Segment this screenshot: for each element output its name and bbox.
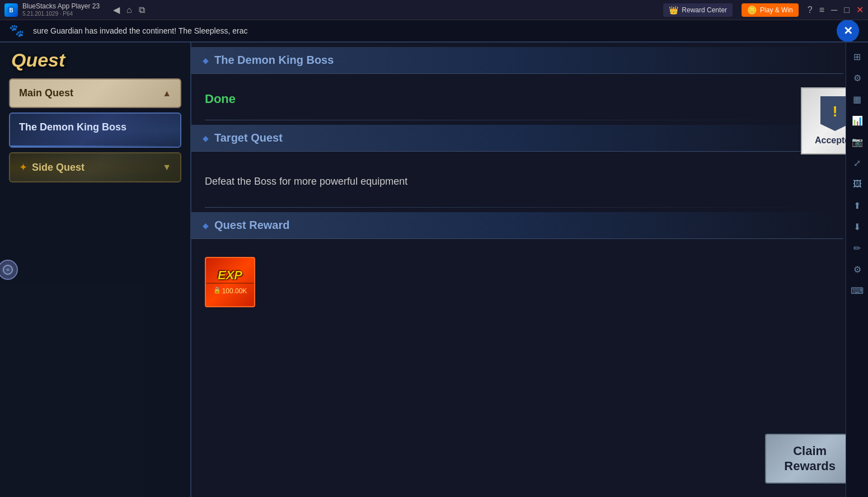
main-quest-category[interactable]: Main Quest ▲: [9, 78, 181, 108]
camera-icon[interactable]: 📷: [848, 132, 867, 151]
grid-icon[interactable]: ▦: [848, 90, 867, 109]
side-quest-dots: ✦: [19, 161, 27, 174]
quest-header: Quest: [0, 43, 76, 78]
settings-icon-1[interactable]: ⚙: [848, 68, 867, 87]
exp-amount: 100.00K: [222, 287, 247, 295]
target-quest-section-title: Target Quest: [214, 132, 283, 144]
separator-1: [205, 120, 830, 120]
done-status-container: Done: [191, 78, 843, 120]
home-icon[interactable]: ⌂: [126, 5, 132, 15]
section-diamond-2: ◆: [203, 134, 209, 143]
close-x-button[interactable]: ✕: [837, 20, 859, 42]
gallery-icon[interactable]: 🖼: [848, 175, 867, 194]
quest-reward-section-title: Quest Reward: [214, 219, 289, 232]
quest-reward-content: EXP 🔒 100.00K: [191, 243, 843, 321]
window-close-button[interactable]: ✕: [856, 4, 864, 15]
quest-reward-section-header: ◆ Quest Reward: [191, 212, 843, 239]
content-area: ◆ The Demon King Boss Done ◆ Target Ques…: [191, 43, 868, 497]
exp-reward-item: EXP 🔒 100.00K: [205, 257, 255, 307]
exp-label: EXP: [218, 269, 242, 282]
title-bar-right: 👑 Reward Center 🪙 Play & Win ? ≡ ─ □ ✕: [663, 3, 864, 17]
ticker-bar: 🐾 sure Guardian has invaded the continen…: [0, 20, 868, 43]
coin-icon: 🪙: [747, 6, 757, 15]
window-controls: ? ≡ ─ □ ✕: [808, 4, 864, 15]
upload-icon[interactable]: ⬆: [848, 196, 867, 215]
reward-center-button[interactable]: 👑 Reward Center: [663, 3, 733, 17]
resize-icon[interactable]: ⤢: [848, 153, 867, 172]
exp-reward-box: EXP 🔒 100.00K: [205, 257, 255, 307]
demon-king-section-header: ◆ The Demon King Boss: [191, 47, 843, 74]
target-quest-content: Defeat the Boss for more powerful equipm…: [191, 156, 843, 207]
side-quest-header[interactable]: ✦ Side Quest ▼: [10, 153, 180, 181]
brush-icon[interactable]: ✏: [848, 238, 867, 257]
ticker-icon: 🐾: [9, 24, 24, 38]
app-logo: B: [4, 3, 18, 17]
demon-king-underline: [10, 146, 180, 147]
demon-king-label: The Demon King Boss: [19, 121, 126, 133]
bottom-spacer: [191, 321, 843, 388]
help-icon[interactable]: ?: [808, 5, 813, 15]
download-icon[interactable]: ⬇: [848, 217, 867, 236]
play-win-label: Play & Win: [760, 6, 793, 14]
reward-center-label: Reward Center: [682, 6, 727, 14]
demon-king-header[interactable]: The Demon King Boss: [10, 114, 180, 141]
right-panel: ! Accepted ◆ The Demon King Boss Done ◆ …: [190, 43, 868, 497]
separator-2: [205, 207, 830, 208]
target-quest-description: Defeat the Boss for more powerful equipm…: [205, 165, 830, 198]
right-icons-panel: ⊞ ⚙ ▦ 📊 📷 ⤢ 🖼 ⬆ ⬇ ✏ ⚙ ⌨: [846, 43, 868, 497]
chart-icon[interactable]: 📊: [848, 111, 867, 130]
circle-widget[interactable]: [0, 260, 18, 280]
window-nav[interactable]: ◀ ⌂ ⧉: [113, 4, 145, 15]
quest-status-done: Done: [205, 87, 830, 115]
main-quest-header[interactable]: Main Quest ▲: [10, 79, 180, 107]
ticker-text: sure Guardian has invaded the continent!…: [33, 26, 247, 35]
side-quest-expand-icon: ▼: [162, 162, 171, 172]
main-content: Quest Main Quest ▲ The Demon King Boss: [0, 43, 868, 497]
minimize-button[interactable]: ─: [831, 5, 837, 15]
keyboard-icon[interactable]: ⌨: [848, 281, 867, 300]
play-win-button[interactable]: 🪙 Play & Win: [742, 3, 799, 17]
menu-icon[interactable]: ≡: [819, 5, 824, 15]
section-diamond-3: ◆: [203, 221, 209, 230]
lock-icon: 🔒: [213, 287, 221, 294]
claim-rewards-button[interactable]: Claim Rewards: [765, 434, 855, 484]
section-diamond-1: ◆: [203, 56, 209, 65]
maximize-button[interactable]: □: [844, 5, 850, 15]
exclamation-icon: !: [833, 103, 838, 120]
left-sidebar: Main Quest ▲ The Demon King Boss ✦ Side …: [0, 43, 190, 497]
main-quest-expand-icon: ▲: [162, 88, 171, 99]
side-quest-label: Side Quest: [32, 162, 85, 174]
app-version-label: 5.21.201.1029 · P64: [22, 11, 100, 17]
copy-icon[interactable]: ⧉: [139, 5, 145, 15]
main-quest-label: Main Quest: [19, 87, 73, 99]
title-bar: B BlueStacks App Player 23 5.21.201.1029…: [0, 0, 868, 20]
claim-rewards-text: Claim Rewards: [784, 444, 836, 473]
crown-icon: 👑: [669, 6, 678, 15]
target-quest-section-header: ◆ Target Quest: [191, 125, 843, 152]
settings-icon-2[interactable]: ⚙: [848, 260, 867, 279]
demon-king-boss-item[interactable]: The Demon King Boss: [9, 112, 181, 148]
app-name-label: BlueStacks App Player 23: [22, 3, 100, 10]
quest-panel-title: Quest: [11, 49, 65, 71]
svg-text:B: B: [9, 7, 13, 13]
layers-icon[interactable]: ⊞: [848, 47, 867, 66]
app-info: B BlueStacks App Player 23 5.21.201.1029…: [4, 3, 145, 16]
demon-king-section-title: The Demon King Boss: [214, 54, 334, 67]
back-icon[interactable]: ◀: [113, 4, 120, 15]
side-quest-category[interactable]: ✦ Side Quest ▼: [9, 152, 181, 182]
